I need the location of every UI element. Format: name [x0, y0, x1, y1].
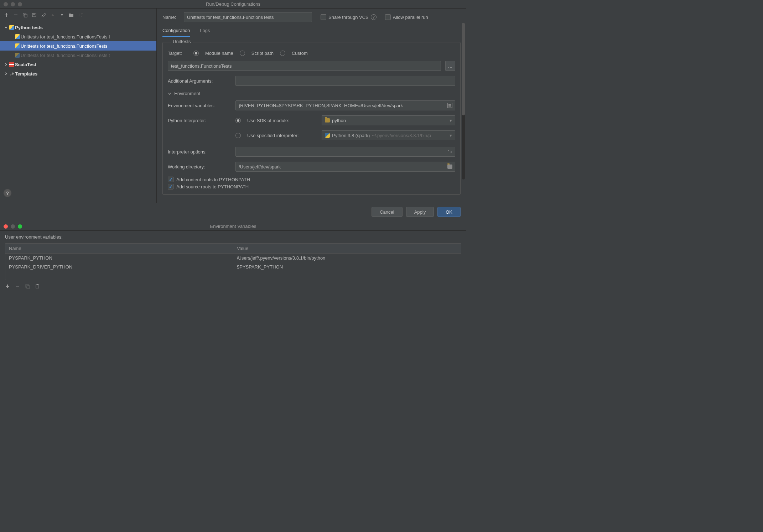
share-vcs-label: Share through VCS — [328, 15, 369, 20]
close-window-button[interactable] — [4, 2, 8, 6]
add-config-icon[interactable] — [4, 12, 9, 18]
copy-env-var-icon[interactable] — [25, 284, 30, 289]
ok-button[interactable]: OK — [437, 207, 461, 217]
help-button[interactable]: ? — [4, 189, 11, 197]
config-name-input[interactable] — [184, 12, 312, 22]
tree-group-label: ScalaTest — [15, 62, 36, 67]
titlebar: Run/Debug Configurations — [0, 0, 466, 9]
config-tabs: Configuration Logs — [162, 26, 461, 37]
remove-env-var-icon[interactable] — [15, 284, 20, 289]
tree-group-scalatest[interactable]: ScalaTest — [0, 60, 156, 69]
move-down-icon[interactable] — [59, 12, 65, 18]
env-window-title: Environment Variables — [0, 224, 466, 229]
remove-config-icon[interactable] — [13, 12, 19, 18]
use-specified-label: Use specified interpreter: — [247, 133, 299, 138]
config-tree: Python tests Unittests for test_function… — [0, 21, 156, 186]
python-test-icon — [14, 43, 21, 48]
env-vars-browse-icon[interactable] — [447, 103, 452, 109]
name-label: Name: — [162, 15, 184, 20]
env-vars-input[interactable] — [235, 100, 455, 110]
scrollbar-thumb[interactable] — [462, 23, 465, 115]
target-script-label: Script path — [251, 51, 274, 56]
svg-rect-2 — [33, 13, 35, 15]
info-icon[interactable]: ? — [371, 14, 377, 20]
env-titlebar: Environment Variables — [0, 222, 466, 231]
target-custom-radio[interactable] — [280, 51, 285, 56]
tree-item-label: Unittests for test_functions.FunctionsTe… — [21, 53, 110, 58]
tree-toolbar — [0, 9, 156, 21]
close-window-button[interactable] — [4, 224, 8, 229]
environment-section-toggle[interactable]: Environment — [168, 91, 455, 96]
target-module-radio[interactable] — [193, 51, 199, 56]
tree-item-label: Unittests for test_functions.FunctionsTe… — [21, 43, 108, 49]
tree-group-label: Python tests — [15, 25, 43, 30]
maximize-window-button[interactable] — [18, 2, 22, 6]
target-custom-label: Custom — [292, 51, 308, 56]
caret-down-icon — [4, 26, 9, 29]
environment-section-label: Environment — [174, 91, 200, 96]
move-up-icon[interactable] — [50, 12, 56, 18]
working-dir-label: Working directory: — [168, 164, 231, 169]
svg-rect-5 — [36, 285, 39, 288]
python-icon — [325, 133, 330, 138]
cancel-button[interactable]: Cancel — [372, 207, 402, 217]
env-vars-table: Name Value PYSPARK_PYTHON /Users/jeff/.p… — [5, 243, 461, 280]
tab-configuration[interactable]: Configuration — [162, 26, 190, 37]
chevron-down-icon: ▾ — [450, 118, 452, 123]
target-label: Target: — [168, 51, 189, 56]
config-panel: Name: Share through VCS ? Allow parallel… — [157, 9, 466, 203]
use-sdk-radio[interactable] — [235, 118, 241, 123]
add-source-roots-checkbox[interactable] — [168, 184, 173, 189]
specified-interpreter-select[interactable]: Python 3.8 (spark) ~/.pyenv/versions/3.8… — [322, 130, 455, 140]
browse-target-button[interactable]: … — [445, 61, 455, 71]
env-value-cell: /Users/jeff/.pyenv/versions/3.8.1/bin/py… — [233, 254, 461, 262]
maximize-window-button[interactable] — [18, 224, 22, 229]
additional-args-label: Additional Arguments: — [168, 78, 231, 84]
env-heading: User environment variables: — [0, 231, 466, 243]
sdk-module-value: python — [332, 118, 346, 123]
minimize-window-button[interactable] — [11, 224, 15, 229]
fieldset-title: Unittests — [171, 39, 193, 44]
table-row[interactable]: PYSPARK_DRIVER_PYTHON $PYSPARK_PYTHON — [5, 262, 461, 271]
minimize-window-button[interactable] — [11, 2, 15, 6]
edit-config-icon[interactable] — [41, 12, 46, 18]
apply-button[interactable]: Apply — [406, 207, 434, 217]
caret-right-icon — [4, 72, 9, 75]
env-name-cell: PYSPARK_DRIVER_PYTHON — [5, 262, 233, 271]
share-vcs-checkbox[interactable] — [321, 14, 326, 20]
run-debug-config-window: Run/Debug Configurations Python tests — [0, 0, 466, 222]
tree-group-python-tests[interactable]: Python tests — [0, 23, 156, 32]
target-module-label: Module name — [205, 51, 233, 56]
sort-icon[interactable] — [78, 12, 83, 18]
paste-env-var-icon[interactable] — [35, 284, 40, 289]
use-specified-radio[interactable] — [235, 133, 241, 138]
scrollbar[interactable] — [462, 23, 465, 179]
target-script-radio[interactable] — [240, 51, 245, 56]
env-vars-label: Environment variables: — [168, 103, 231, 108]
tree-item-2-selected[interactable]: Unittests for test_functions.FunctionsTe… — [0, 41, 156, 51]
tree-group-label: Templates — [15, 71, 37, 77]
sdk-module-select[interactable]: python ▾ — [322, 115, 455, 125]
folder-browse-icon[interactable] — [447, 165, 452, 170]
env-name-cell: PYSPARK_PYTHON — [5, 254, 233, 262]
env-value-cell: $PYSPARK_PYTHON — [233, 262, 461, 271]
tab-logs[interactable]: Logs — [200, 26, 210, 37]
save-config-icon[interactable] — [31, 12, 37, 18]
interp-options-input[interactable] — [235, 147, 455, 157]
tree-item-3[interactable]: Unittests for test_functions.FunctionsTe… — [0, 51, 156, 60]
caret-down-icon — [168, 92, 172, 95]
copy-config-icon[interactable] — [22, 12, 28, 18]
interp-options-label: Interpreter options: — [168, 149, 231, 155]
folder-icon[interactable] — [68, 12, 74, 18]
allow-parallel-checkbox[interactable] — [385, 14, 391, 20]
add-env-var-icon[interactable] — [5, 284, 10, 289]
table-row[interactable]: PYSPARK_PYTHON /Users/jeff/.pyenv/versio… — [5, 254, 461, 262]
tree-group-templates[interactable]: Templates — [0, 69, 156, 78]
target-value-input[interactable] — [168, 61, 441, 71]
tree-item-1[interactable]: Unittests for test_functions.FunctionsTe… — [0, 32, 156, 41]
add-content-roots-checkbox[interactable] — [168, 177, 173, 182]
expand-icon[interactable] — [447, 149, 452, 154]
additional-args-input[interactable] — [235, 76, 455, 86]
working-dir-input[interactable] — [235, 162, 455, 172]
chevron-down-icon: ▾ — [450, 133, 452, 138]
